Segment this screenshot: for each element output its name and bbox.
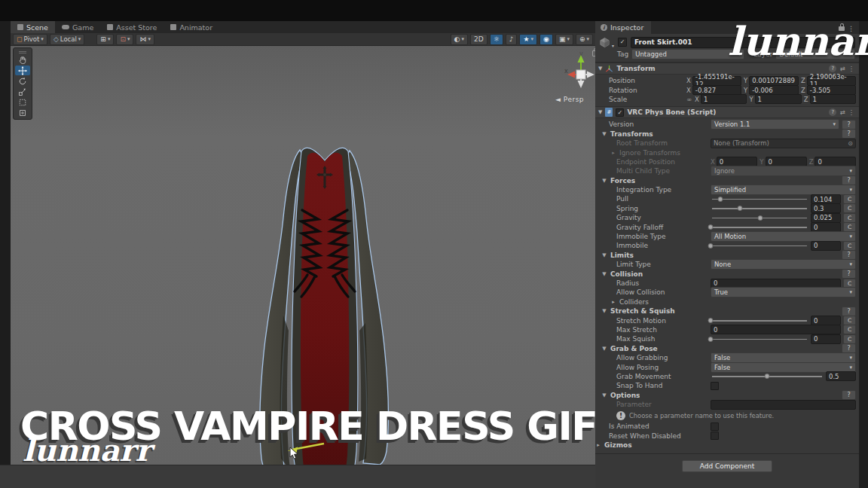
gizmo-center-cube[interactable] xyxy=(576,70,585,79)
tab-asset-store[interactable]: Asset Store xyxy=(100,21,164,33)
grid-snap-dropdown[interactable]: ⊞▾ xyxy=(96,34,114,45)
foldout-arrow-icon[interactable]: ▼ xyxy=(601,308,607,314)
pivot-mode-dropdown[interactable]: ◻ Pivot ▾ xyxy=(13,34,47,45)
gizmo-x-axis-cone[interactable] xyxy=(567,72,575,78)
gravity-value-field[interactable]: 0.025 xyxy=(811,213,841,223)
shading-mode-dropdown[interactable]: ◐▾ xyxy=(451,34,468,45)
scene-lighting-toggle[interactable]: ☼ xyxy=(490,34,503,45)
scale-x-field[interactable]: 1 xyxy=(701,94,747,104)
curve-button[interactable]: C xyxy=(843,334,856,344)
slider-knob[interactable] xyxy=(758,215,763,221)
help-button[interactable]: ? xyxy=(842,390,856,400)
snap-settings-dropdown[interactable]: ⋈▾ xyxy=(136,34,154,45)
grab-movement-value-field[interactable]: 0.5 xyxy=(826,371,856,381)
curve-button[interactable]: C xyxy=(843,213,856,223)
help-button[interactable]: ? xyxy=(842,269,856,279)
rotate-tool-button[interactable] xyxy=(15,76,30,86)
stretch-motion-value-field[interactable]: 0 xyxy=(811,316,841,325)
slider-knob[interactable] xyxy=(718,197,723,202)
tab-scene[interactable]: Scene xyxy=(11,21,55,33)
audio-toggle[interactable]: ♪ xyxy=(506,34,518,45)
foldout-arrow-icon[interactable]: ▼ xyxy=(601,271,607,277)
help-button[interactable]: ? xyxy=(842,307,856,316)
parameter-field[interactable] xyxy=(711,400,856,410)
curve-button[interactable]: C xyxy=(843,203,856,213)
max-squish-slider[interactable] xyxy=(711,335,808,343)
help-icon[interactable]: ? xyxy=(829,108,836,116)
gizmo-y-axis-cone[interactable] xyxy=(578,55,585,63)
gravity-falloff-slider[interactable] xyxy=(711,223,808,231)
icon-dropdown-caret[interactable]: ▾ xyxy=(612,43,614,48)
stretch-motion-slider[interactable] xyxy=(711,316,808,325)
grab-movement-slider[interactable] xyxy=(711,372,824,380)
spring-value-field[interactable]: 0.3 xyxy=(811,203,841,213)
help-icon[interactable]: ? xyxy=(829,65,836,72)
tab-game[interactable]: Game xyxy=(55,21,100,33)
curve-button[interactable]: C xyxy=(843,316,856,325)
transform-tool-button[interactable] xyxy=(15,108,30,117)
foldout-arrow-icon[interactable]: ▼ xyxy=(601,178,607,184)
rotation-z-field[interactable]: -3.505 xyxy=(807,85,856,95)
curve-button[interactable]: C xyxy=(843,241,856,251)
scale-z-field[interactable]: 1 xyxy=(810,94,856,104)
pull-value-field[interactable]: 0.104 xyxy=(811,194,841,204)
scene-visibility-toggle[interactable]: ◉ xyxy=(539,34,553,45)
slider-knob[interactable] xyxy=(708,318,714,323)
root-transform-object-field[interactable]: None (Transform)⊙ xyxy=(711,139,856,148)
curve-button[interactable]: C xyxy=(843,325,856,334)
physbone-component-header[interactable]: ▼ # ✓ VRC Phys Bone (Script) ? ⇄ ⋮ xyxy=(595,106,859,118)
component-menu-icon[interactable]: ⋮ xyxy=(848,65,855,72)
presets-icon[interactable]: ⇄ xyxy=(839,65,845,72)
camera-dropdown[interactable]: ▣▾ xyxy=(555,34,573,45)
link-scale-icon[interactable]: ∞ xyxy=(686,96,692,103)
max-stretch-field[interactable]: 0 xyxy=(711,325,841,334)
help-button[interactable]: ? xyxy=(842,129,856,139)
foldout-arrow-icon[interactable]: ▼ xyxy=(601,252,607,258)
pull-slider[interactable] xyxy=(711,195,808,203)
foldout-arrow-icon[interactable]: ▸ xyxy=(610,299,616,305)
perspective-toggle[interactable]: ◄ Persp xyxy=(555,96,584,103)
foldout-arrow-icon[interactable]: ▼ xyxy=(601,131,607,137)
presets-icon[interactable]: ⇄ xyxy=(839,108,845,116)
position-x-field[interactable]: -1.455191e-12 xyxy=(692,76,741,86)
curve-button[interactable]: C xyxy=(843,194,856,204)
limit-type-dropdown[interactable]: None▾ xyxy=(711,259,856,270)
rotation-x-field[interactable]: -0.827 xyxy=(692,85,741,95)
foldout-arrow-icon[interactable]: ▼ xyxy=(601,392,607,398)
gizmo-z-axis-cone[interactable] xyxy=(587,72,594,78)
slider-knob[interactable] xyxy=(708,224,714,230)
immobile-type-dropdown[interactable]: All Motion▾ xyxy=(711,231,856,242)
slider-knob[interactable] xyxy=(708,337,714,342)
handle-rotation-dropdown[interactable]: ◇ Local ▾ xyxy=(50,34,84,45)
toolstrip-drag-handle[interactable] xyxy=(14,50,32,54)
foldout-arrow-icon[interactable]: ▼ xyxy=(598,66,602,72)
immobile-value-field[interactable]: 0 xyxy=(811,241,841,251)
component-enabled-checkbox[interactable]: ✓ xyxy=(616,108,624,117)
rotation-y-field[interactable]: -0.006 xyxy=(749,85,799,95)
is-animated-checkbox[interactable] xyxy=(711,422,719,431)
immobile-slider[interactable] xyxy=(711,242,808,250)
2d-toggle[interactable]: 2D xyxy=(470,34,487,45)
snap-to-hand-checkbox[interactable] xyxy=(711,382,719,390)
scale-y-field[interactable]: 1 xyxy=(755,94,802,104)
active-checkbox[interactable]: ✓ xyxy=(618,38,627,47)
slider-knob[interactable] xyxy=(765,374,770,379)
orientation-gizmo[interactable]: y x xyxy=(552,49,595,96)
reset-when-disabled-checkbox[interactable] xyxy=(711,432,719,440)
foldout-arrow-icon[interactable]: ▼ xyxy=(601,346,607,352)
foldout-arrow-icon[interactable]: ▸ xyxy=(610,150,616,156)
help-button[interactable]: ? xyxy=(842,120,856,130)
integration-type-dropdown[interactable]: Simplified▾ xyxy=(711,185,856,195)
allow-posing-dropdown[interactable]: False▾ xyxy=(711,362,856,373)
gravity-slider[interactable] xyxy=(711,214,808,222)
object-picker-icon[interactable]: ⊙ xyxy=(848,140,853,147)
tab-inspector[interactable]: i Inspector xyxy=(595,21,651,34)
slider-knob[interactable] xyxy=(738,206,743,211)
snap-toggle-dropdown[interactable]: ⊡▾ xyxy=(116,34,133,45)
gameobject-cube-icon[interactable] xyxy=(599,37,610,48)
version-dropdown[interactable]: Version 1.1▾ xyxy=(711,119,839,130)
scale-tool-button[interactable] xyxy=(15,87,30,96)
gizmos-dropdown[interactable]: ⊕▾ xyxy=(576,34,593,45)
move-tool-button[interactable] xyxy=(15,66,30,75)
component-menu-icon[interactable]: ⋮ xyxy=(848,108,855,116)
